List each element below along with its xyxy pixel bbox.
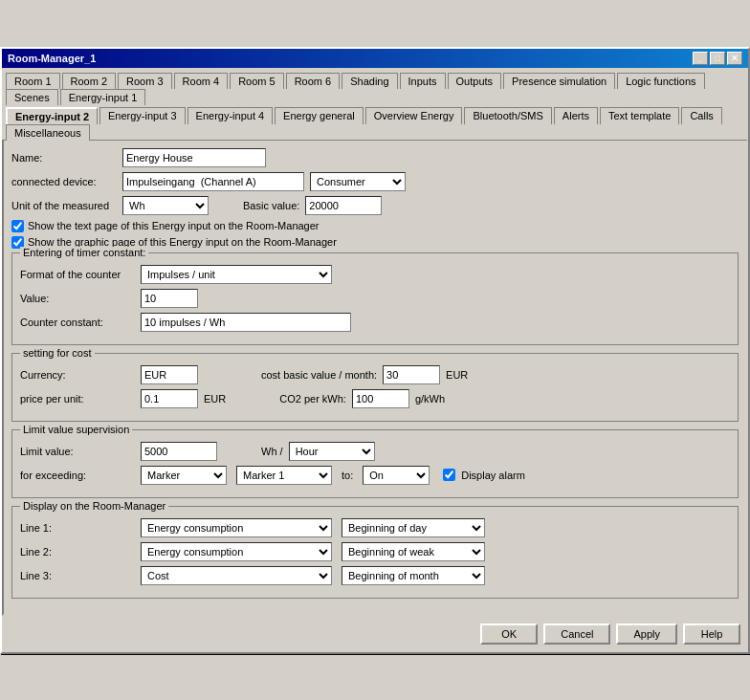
tab-miscellaneous[interactable]: Miscellaneous <box>6 124 90 141</box>
cost-basic-input[interactable] <box>383 365 440 384</box>
tab-energy-input1[interactable]: Energy-input 1 <box>60 89 146 105</box>
currency-input[interactable] <box>141 365 198 384</box>
tab-energy-general[interactable]: Energy general <box>275 107 364 124</box>
unit-select[interactable]: Wh <box>122 196 209 215</box>
counter-input[interactable] <box>141 313 351 332</box>
tab-calls[interactable]: Calls <box>681 107 721 124</box>
format-row: Format of the counter Impulses / unit <box>20 265 730 284</box>
ok-button[interactable]: OK <box>480 623 538 645</box>
name-label: Name: <box>11 152 117 164</box>
minimize-button[interactable]: _ <box>693 52 708 65</box>
line2-right-select[interactable]: Beginning of weak <box>342 542 485 561</box>
name-input[interactable] <box>122 148 266 167</box>
counter-row: Counter constant: <box>20 313 730 332</box>
checkbox1-row: Show the text page of this Energy input … <box>11 220 739 232</box>
line3-left-select[interactable]: Cost <box>141 566 332 585</box>
exceeding-select[interactable]: Marker <box>141 466 227 485</box>
display-inner: Line 1: Energy consumption Beginning of … <box>20 518 730 585</box>
tab-overview-energy[interactable]: Overview Energy <box>365 107 463 124</box>
unit-label: Unit of the measured <box>11 200 117 211</box>
tab-room2[interactable]: Room 2 <box>62 73 117 89</box>
cost-basic-unit: EUR <box>446 369 468 381</box>
hour-select[interactable]: Hour <box>289 442 375 461</box>
tab-energy-input4[interactable]: Energy-input 4 <box>188 107 274 124</box>
price-input[interactable] <box>141 389 198 408</box>
tab-logic-functions[interactable]: Logic functions <box>617 73 704 89</box>
format-select[interactable]: Impulses / unit <box>141 265 332 284</box>
tabs-row-2: Energy-input 2 Energy-input 3 Energy-inp… <box>2 104 748 140</box>
marker-select[interactable]: Marker 1 <box>236 466 332 485</box>
line1-right-select[interactable]: Beginning of day <box>342 518 485 537</box>
name-row: Name: <box>11 148 739 167</box>
window-title: Room-Manager_1 <box>8 53 96 64</box>
limit-group: Limit value supervision Limit value: Wh … <box>11 429 739 498</box>
connected-device-row: connected device: Consumer <box>11 172 739 191</box>
tab-room4[interactable]: Room 4 <box>174 73 229 89</box>
apply-button[interactable]: Apply <box>616 623 677 645</box>
tab-inputs[interactable]: Inputs <box>400 73 446 89</box>
line3-label: Line 3: <box>20 570 135 581</box>
tab-energy-input2[interactable]: Energy-input 2 <box>6 107 98 124</box>
unit-row: Unit of the measured Wh Basic value: <box>11 196 739 215</box>
connected-device-input[interactable] <box>122 172 304 191</box>
tab-text-template[interactable]: Text template <box>600 107 679 124</box>
tab-energy-input3[interactable]: Energy-input 3 <box>99 107 186 124</box>
co2-label: CO2 per kWh: <box>279 393 346 405</box>
line3-right-select[interactable]: Beginning of month <box>342 566 485 585</box>
line1-left-select[interactable]: Energy consumption <box>141 518 332 537</box>
help-button[interactable]: Help <box>683 623 740 645</box>
to-select[interactable]: On <box>363 466 430 485</box>
title-bar: Room-Manager_1 _ □ ✕ <box>2 49 748 68</box>
cancel-button[interactable]: Cancel <box>543 623 610 645</box>
title-bar-buttons: _ □ ✕ <box>693 52 742 65</box>
tab-room6[interactable]: Room 6 <box>286 73 341 89</box>
cost-group: setting for cost Currency: cost basic va… <box>11 353 739 422</box>
display-alarm-checkbox[interactable] <box>443 469 455 481</box>
basic-value-label: Basic value: <box>243 200 299 211</box>
price-unit: EUR <box>204 393 226 405</box>
limit-inner: Limit value: Wh / Hour for exceeding: Ma… <box>20 442 730 485</box>
main-window: Room-Manager_1 _ □ ✕ Room 1 Room 2 Room … <box>0 47 750 654</box>
line2-row: Line 2: Energy consumption Beginning of … <box>20 542 730 561</box>
tab-shading[interactable]: Shading <box>342 73 397 89</box>
tab-scenes[interactable]: Scenes <box>6 89 58 105</box>
price-label: price per unit: <box>20 393 135 405</box>
currency-label: Currency: <box>20 369 135 381</box>
checkbox1[interactable] <box>11 220 24 232</box>
counter-label: Counter constant: <box>20 317 135 328</box>
tab-bluetooth-sms[interactable]: Bluetooth/SMS <box>464 107 551 124</box>
exceeding-label: for exceeding: <box>20 470 135 481</box>
line2-left-select[interactable]: Energy consumption <box>141 542 332 561</box>
maximize-button[interactable]: □ <box>710 52 725 65</box>
value-input[interactable] <box>141 289 198 308</box>
limit-input[interactable] <box>141 442 217 461</box>
timer-group-title: Entering of timer constant: <box>20 247 148 258</box>
tab-outputs[interactable]: Outputs <box>448 73 502 89</box>
line2-label: Line 2: <box>20 546 135 558</box>
exceeding-row: for exceeding: Marker Marker 1 to: On Di… <box>20 466 730 485</box>
basic-value-input[interactable] <box>305 196 382 215</box>
checkbox1-label: Show the text page of this Energy input … <box>28 220 320 231</box>
co2-unit: g/kWh <box>415 393 445 405</box>
timer-group: Entering of timer constant: Format of th… <box>11 252 739 345</box>
limit-group-title: Limit value supervision <box>20 424 132 435</box>
close-button[interactable]: ✕ <box>727 52 742 65</box>
tab-room5[interactable]: Room 5 <box>230 73 284 89</box>
consumer-select[interactable]: Consumer <box>310 172 406 191</box>
tabs-row-1: Room 1 Room 2 Room 3 Room 4 Room 5 Room … <box>2 68 748 104</box>
co2-input[interactable] <box>352 389 409 408</box>
tab-room1[interactable]: Room 1 <box>6 73 60 89</box>
display-group: Display on the Room-Manager Line 1: Ener… <box>11 506 739 599</box>
display-alarm-label: Display alarm <box>461 470 525 481</box>
display-group-title: Display on the Room-Manager <box>20 500 168 512</box>
bottom-buttons: OK Cancel Apply Help <box>2 616 748 652</box>
tab-room3[interactable]: Room 3 <box>118 73 172 89</box>
cost-group-title: setting for cost <box>20 347 95 359</box>
tab-alerts[interactable]: Alerts <box>554 107 598 124</box>
limit-row: Limit value: Wh / Hour <box>20 442 730 461</box>
value-label: Value: <box>20 293 135 304</box>
wh-label: Wh / <box>261 446 283 457</box>
to-label: to: <box>342 470 353 481</box>
price-row: price per unit: EUR CO2 per kWh: g/kWh <box>20 389 730 408</box>
tab-presence-simulation[interactable]: Presence simulation <box>503 73 615 89</box>
